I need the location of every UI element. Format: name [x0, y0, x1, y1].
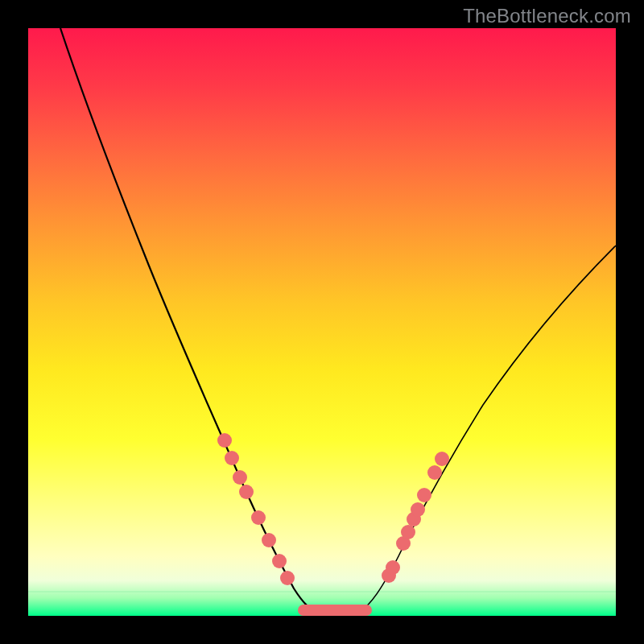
marker-dot: [251, 510, 266, 525]
marker-dot: [262, 533, 276, 547]
marker-dot: [225, 451, 239, 465]
marker-dot: [411, 502, 425, 517]
left-marker-cluster: [217, 433, 295, 585]
marker-dot: [435, 452, 449, 466]
curve-left-branch: [60, 28, 318, 613]
chart-overlay: [28, 28, 616, 616]
marker-dot: [427, 465, 442, 480]
marker-dot: [417, 488, 431, 502]
marker-dot: [401, 525, 415, 539]
curve-right-branch: [358, 246, 616, 613]
marker-dot: [272, 554, 287, 568]
right-marker-cluster: [382, 452, 449, 583]
marker-dot: [280, 571, 295, 585]
marker-dot: [386, 560, 400, 575]
marker-dot: [217, 433, 232, 448]
watermark-text: TheBottleneck.com: [463, 5, 631, 27]
marker-dot: [233, 470, 247, 485]
marker-dot: [239, 485, 254, 499]
